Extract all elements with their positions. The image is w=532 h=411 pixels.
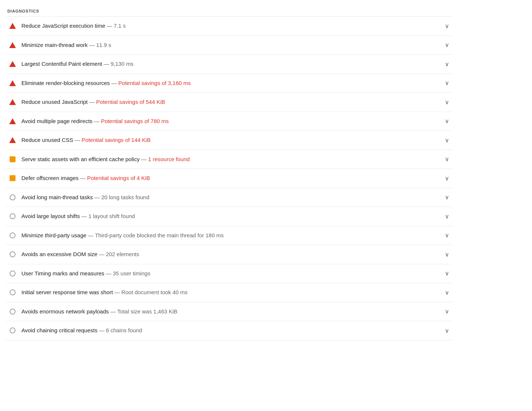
diagnostic-item-largest-contentful-paint[interactable]: Largest Contentful Paint element — 9,130… xyxy=(6,55,452,74)
item-dash: — xyxy=(141,155,147,164)
diagnostic-item-avoid-chaining-critical[interactable]: Avoid chaining critical requests — 6 cha… xyxy=(6,321,452,340)
item-dash: — xyxy=(94,193,100,202)
circle-icon xyxy=(10,213,16,219)
item-detail: 1 layout shift found xyxy=(88,212,135,221)
item-label: Avoid chaining critical requests xyxy=(21,326,98,335)
circle-icon xyxy=(10,251,16,257)
item-label: Avoid long main-thread tasks xyxy=(21,193,93,202)
diagnostic-item-reduce-unused-css[interactable]: Reduce unused CSS — Potential savings of… xyxy=(6,131,452,150)
diagnostic-item-reduce-js-execution[interactable]: Reduce JavaScript execution time — 7.1 s… xyxy=(6,17,452,36)
section-title: DIAGNOSTICS xyxy=(6,9,452,13)
item-detail: Potential savings of 780 ms xyxy=(101,117,168,126)
item-detail: Total size was 1,463 KiB xyxy=(117,308,178,316)
chevron-down-icon[interactable]: ∨ xyxy=(445,270,449,277)
square-icon xyxy=(10,175,16,181)
item-dash: — xyxy=(107,22,112,30)
item-label: Avoid large layout shifts xyxy=(21,212,80,221)
item-dash: — xyxy=(99,250,105,259)
item-dash: — xyxy=(110,308,116,316)
item-label: Avoid multiple page redirects xyxy=(21,117,92,126)
item-detail: Root document took 40 ms xyxy=(122,288,188,297)
item-label: Eliminate render-blocking resources xyxy=(21,79,110,88)
triangle-icon xyxy=(9,80,16,86)
chevron-down-icon[interactable]: ∨ xyxy=(445,61,449,68)
chevron-down-icon[interactable]: ∨ xyxy=(445,137,449,144)
item-dash: — xyxy=(99,326,105,335)
triangle-icon xyxy=(9,118,16,124)
triangle-icon xyxy=(9,23,16,29)
circle-icon xyxy=(10,289,16,295)
chevron-down-icon[interactable]: ∨ xyxy=(445,41,449,48)
item-label: Reduce unused CSS xyxy=(21,136,73,145)
circle-icon xyxy=(10,271,16,276)
diagnostic-item-minimize-main-thread[interactable]: Minimize main-thread work — 11.9 s∨ xyxy=(6,36,452,55)
item-label: Largest Contentful Paint element xyxy=(21,60,102,68)
item-dash: — xyxy=(94,117,99,126)
triangle-icon xyxy=(9,61,16,67)
diagnostic-item-avoids-excessive-dom[interactable]: Avoids an excessive DOM size — 202 eleme… xyxy=(6,245,452,264)
circle-icon xyxy=(10,232,16,238)
item-detail: 1 resource found xyxy=(148,155,190,164)
chevron-down-icon[interactable]: ∨ xyxy=(445,308,449,315)
chevron-down-icon[interactable]: ∨ xyxy=(445,156,449,163)
chevron-down-icon[interactable]: ∨ xyxy=(445,327,449,334)
chevron-down-icon[interactable]: ∨ xyxy=(445,213,449,220)
diagnostic-item-minimize-third-party[interactable]: Minimize third-party usage — Third-party… xyxy=(6,226,452,245)
item-dash: — xyxy=(89,98,95,106)
item-label: Defer offscreen images xyxy=(21,174,79,183)
diagnostic-item-reduce-unused-js[interactable]: Reduce unused JavaScript — Potential sav… xyxy=(6,93,452,112)
item-label: Minimize main-thread work xyxy=(21,41,88,50)
item-dash: — xyxy=(89,41,95,50)
diagnostic-item-avoids-enormous-payloads[interactable]: Avoids enormous network payloads — Total… xyxy=(6,302,452,322)
item-label: Avoids an excessive DOM size xyxy=(21,250,98,259)
item-dash: — xyxy=(115,288,120,297)
item-detail: 6 chains found xyxy=(106,326,142,335)
diagnostic-item-avoid-large-layout-shifts[interactable]: Avoid large layout shifts — 1 layout shi… xyxy=(6,207,452,226)
item-label: User Timing marks and measures xyxy=(21,269,104,278)
square-icon xyxy=(10,156,16,162)
chevron-down-icon[interactable]: ∨ xyxy=(445,232,449,239)
item-label: Reduce unused JavaScript xyxy=(21,98,88,106)
item-detail: Potential savings of 144 KiB xyxy=(82,136,151,145)
circle-icon xyxy=(10,327,16,333)
circle-icon xyxy=(10,194,16,200)
item-detail: 202 elements xyxy=(106,250,139,259)
item-detail: Potential savings of 3,160 ms xyxy=(118,79,191,88)
chevron-down-icon[interactable]: ∨ xyxy=(445,194,449,201)
item-detail: Third-party code blocked the main thread… xyxy=(95,231,224,240)
item-dash: — xyxy=(75,136,80,145)
item-label: Minimize third-party usage xyxy=(21,231,86,240)
triangle-icon xyxy=(9,42,16,48)
circle-icon xyxy=(10,309,16,315)
item-label: Initial server response time was short xyxy=(21,288,113,297)
diagnostics-list: Reduce JavaScript execution time — 7.1 s… xyxy=(6,16,452,340)
diagnostic-item-defer-offscreen-images[interactable]: Defer offscreen images — Potential savin… xyxy=(6,169,452,188)
diagnostic-item-avoid-long-tasks[interactable]: Avoid long main-thread tasks — 20 long t… xyxy=(6,188,452,207)
diagnostic-item-user-timing[interactable]: User Timing marks and measures — 35 user… xyxy=(6,264,452,283)
diagnostic-item-initial-server-response[interactable]: Initial server response time was short —… xyxy=(6,283,452,302)
item-dash: — xyxy=(80,174,86,183)
diagnostic-item-avoid-page-redirects[interactable]: Avoid multiple page redirects — Potentia… xyxy=(6,112,452,131)
item-dash: — xyxy=(81,212,87,221)
item-dash: — xyxy=(103,60,109,68)
item-detail: 11.9 s xyxy=(96,41,111,50)
item-dash: — xyxy=(106,269,111,278)
chevron-down-icon[interactable]: ∨ xyxy=(445,99,449,106)
diagnostics-container: DIAGNOSTICS Reduce JavaScript execution … xyxy=(0,0,458,349)
triangle-icon xyxy=(9,137,16,143)
chevron-down-icon[interactable]: ∨ xyxy=(445,251,449,258)
item-detail: 7.1 s xyxy=(114,22,126,30)
item-detail: Potential savings of 544 KiB xyxy=(96,98,165,106)
chevron-down-icon[interactable]: ∨ xyxy=(445,79,449,86)
triangle-icon xyxy=(9,99,16,105)
item-detail: Potential savings of 4 KiB xyxy=(87,174,150,183)
item-detail: 20 long tasks found xyxy=(101,193,149,202)
chevron-down-icon[interactable]: ∨ xyxy=(445,118,449,125)
diagnostic-item-serve-static-assets[interactable]: Serve static assets with an efficient ca… xyxy=(6,150,452,169)
chevron-down-icon[interactable]: ∨ xyxy=(445,23,449,30)
diagnostic-item-eliminate-render-blocking[interactable]: Eliminate render-blocking resources — Po… xyxy=(6,74,452,93)
item-dash: — xyxy=(111,79,117,88)
chevron-down-icon[interactable]: ∨ xyxy=(445,289,449,296)
item-label: Avoids enormous network payloads xyxy=(21,308,109,316)
chevron-down-icon[interactable]: ∨ xyxy=(445,175,449,182)
